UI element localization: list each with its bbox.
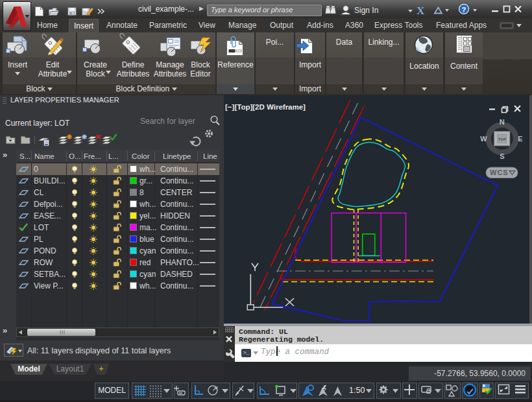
svg-text:W: W [480,135,487,143]
svg-text:TOP: TOP [498,137,506,141]
svg-text:Sign In: Sign In [354,6,378,15]
svg-text:?: ? [462,6,466,14]
svg-text:N: N [500,118,505,126]
svg-text:E: E [518,135,522,143]
svg-text:S: S [500,152,504,160]
svg-text:WCS: WCS [490,169,509,176]
svg-text:X: X [417,5,425,16]
svg-text:1:50: 1:50 [349,386,365,395]
